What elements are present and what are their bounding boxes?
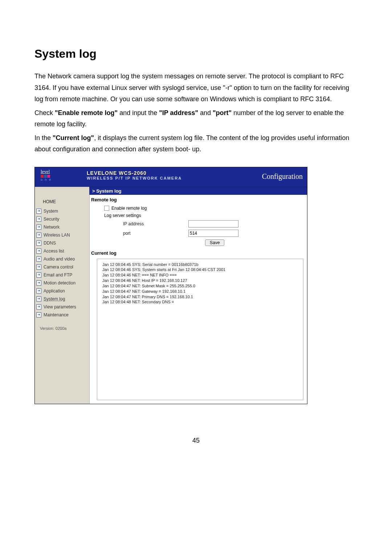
logo-blocks-icon [41,175,84,178]
version-label: Version: 0200a [35,319,89,331]
save-button[interactable]: Save [205,239,224,246]
arrow-right-icon: ➔ [36,233,41,238]
arrow-right-icon: ➔ [36,296,41,301]
sidebar-item-label: Email and FTP [44,272,72,278]
current-log-heading: Current log [90,248,307,257]
ip-address-label: IP address [123,221,188,226]
page-number: 45 [34,437,358,444]
sidebar-item-label: Access list [44,249,64,254]
header-bar: level o n e LEVELONE WCS-2060 WIRELESS P… [35,167,307,187]
sidebar-item-label: View parameters [44,304,76,309]
currentlog-paragraph: In the "Current log", it displays the cu… [34,132,358,155]
sidebar-item-label: Maintenance [44,312,69,317]
sidebar-item-maintenance[interactable]: ➔Maintenance [35,311,89,319]
remote-log-heading: Remote log [90,195,307,203]
text: Check [34,109,55,116]
sidebar-item-access-list[interactable]: ➔Access list [35,247,89,255]
sidebar-item-label: Camera control [44,264,73,270]
sidebar-item-label: Motion detection [44,280,75,286]
bold-ip: "IP address" [159,109,198,116]
text: In the [34,134,53,141]
bold-enable: "Enable remote log" [55,109,118,116]
breadcrumb: > System log [89,187,307,195]
sidebar-item-system[interactable]: ➔System [35,207,89,215]
enable-remote-log-checkbox[interactable] [104,206,109,211]
sidebar-item-wireless-lan[interactable]: ➔Wireless LAN [35,231,89,239]
arrow-right-icon: ➔ [36,304,41,309]
bold-port: "port" [213,109,232,116]
arrow-right-icon: ➔ [36,257,41,262]
text: and input the [118,109,159,116]
arrow-right-icon: ➔ [36,288,41,294]
sidebar-item-label: Security [44,217,59,222]
arrow-right-icon: ➔ [36,272,41,278]
arrow-right-icon: ➔ [36,249,41,254]
sidebar-item-application[interactable]: ➔Application [35,287,89,295]
sidebar-item-ddns[interactable]: ➔DDNS [35,239,89,247]
sidebar-item-label: Network [44,225,60,230]
configuration-link[interactable]: Configuration [262,167,307,187]
brand-logo: level o n e [35,167,84,187]
arrow-right-icon: ➔ [36,241,41,246]
enable-remote-log-label: Enable remote log [111,206,147,211]
port-input[interactable] [188,230,238,237]
brand-one: o n e [41,178,84,181]
arrow-right-icon: ➔ [36,225,41,230]
arrow-right-icon: ➔ [36,312,41,317]
arrow-right-icon: ➔ [36,264,41,270]
page-title: System log [34,47,358,61]
sidebar-item-motion-detection[interactable]: ➔Motion detection [35,279,89,287]
brand-name: level [41,169,84,175]
intro-paragraph: The Network camera support log the syste… [34,71,358,105]
model-label: LEVELONE WCS-2060 [87,170,262,176]
sidebar: HOME ➔System➔Security➔Network➔Wireless L… [35,195,89,404]
sidebar-item-network[interactable]: ➔Network [35,223,89,231]
main-panel: Remote log Enable remote log Log server … [89,195,307,404]
model-subtitle: WIRELESS P/T IP NETWORK CAMERA [87,176,262,180]
home-link[interactable]: HOME [35,196,89,207]
sidebar-item-email-and-ftp[interactable]: ➔Email and FTP [35,271,89,279]
arrow-right-icon: ➔ [36,209,41,214]
sidebar-item-view-parameters[interactable]: ➔View parameters [35,303,89,311]
embedded-ui: level o n e LEVELONE WCS-2060 WIRELESS P… [34,167,307,404]
arrow-right-icon: ➔ [36,280,41,286]
sidebar-item-audio-and-video[interactable]: ➔Audio and video [35,255,89,263]
sidebar-item-label: DDNS [44,241,56,246]
sidebar-item-label: Wireless LAN [44,233,70,238]
sidebar-item-security[interactable]: ➔Security [35,215,89,223]
current-log-output: Jan 12 08:04:45 SYS: Serial number = 001… [97,259,303,400]
sidebar-item-system-log[interactable]: ➔System log [35,295,89,303]
arrow-right-icon: ➔ [36,217,41,222]
sidebar-item-camera-control[interactable]: ➔Camera control [35,263,89,271]
bold-currentlog: "Current log" [53,134,94,141]
port-label: port [123,231,188,236]
sidebar-item-label: Audio and video [44,257,75,262]
enable-paragraph: Check "Enable remote log" and input the … [34,107,358,130]
text: and [198,109,213,116]
sidebar-item-label: System log [44,296,65,301]
log-server-settings-label: Log server settings [104,213,141,218]
sidebar-item-label: System [44,209,58,214]
ip-address-input[interactable] [188,220,238,227]
sidebar-item-label: Application [44,288,65,294]
